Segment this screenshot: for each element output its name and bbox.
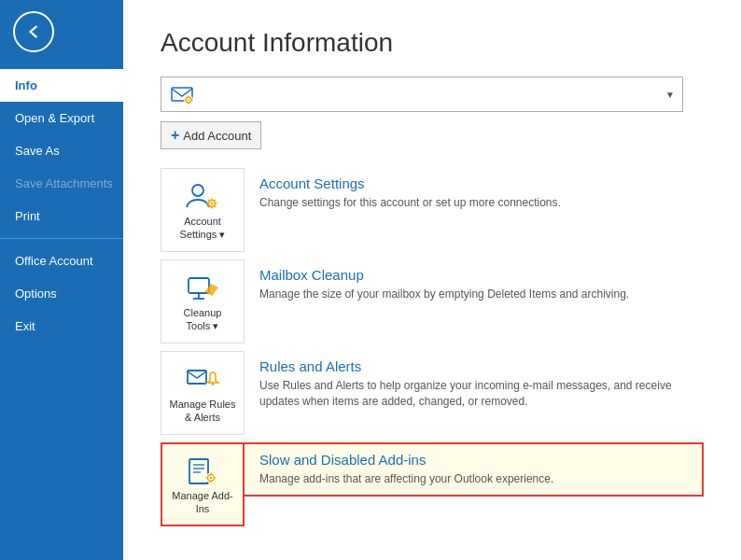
cleanup-tools-desc: Manage the size of your mailbox by empty…	[259, 287, 689, 302]
cleanup-tools-text: Mailbox Cleanup Manage the size of your …	[245, 259, 704, 310]
manage-add-ins-icon-label: Manage Add-Ins	[172, 489, 232, 516]
cleanup-tools-icon-label: CleanupTools ▾	[184, 306, 222, 333]
sidebar-item-office-account[interactable]: Office Account	[0, 245, 123, 277]
manage-rules-title: Rules and Alerts	[259, 358, 689, 374]
page-title: Account Information	[161, 28, 704, 58]
cleanup-tools-card: CleanupTools ▾ Mailbox Cleanup Manage th…	[161, 259, 704, 343]
add-account-button[interactable]: + Add Account	[161, 121, 261, 149]
account-settings-card: AccountSettings ▾ Account Settings Chang…	[161, 168, 704, 252]
manage-add-ins-button[interactable]: Manage Add-Ins	[161, 442, 245, 526]
manage-rules-card: Manage Rules& Alerts Rules and Alerts Us…	[161, 351, 704, 435]
svg-point-33	[210, 476, 213, 479]
sidebar-divider	[0, 238, 123, 239]
manage-rules-button[interactable]: Manage Rules& Alerts	[161, 351, 245, 435]
sidebar-nav: Info Open & Export Save As Save Attachme…	[0, 69, 123, 343]
dropdown-arrow: ▼	[665, 90, 675, 100]
account-icon	[169, 81, 195, 107]
cleanup-tools-title: Mailbox Cleanup	[259, 267, 689, 283]
sidebar-item-options[interactable]: Options	[0, 277, 123, 310]
manage-add-ins-text: Slow and Disabled Add-ins Manage add-ins…	[245, 442, 704, 497]
svg-rect-24	[188, 371, 206, 384]
manage-add-ins-card: Manage Add-Ins Slow and Disabled Add-ins…	[161, 442, 704, 526]
account-settings-title: Account Settings	[259, 175, 689, 191]
sidebar-item-save-attachments: Save Attachments	[0, 167, 123, 200]
svg-rect-27	[189, 459, 208, 483]
sidebar-item-print[interactable]: Print	[0, 200, 123, 232]
svg-point-8	[192, 185, 203, 196]
account-settings-icon-label: AccountSettings ▾	[180, 215, 226, 242]
svg-point-3	[188, 99, 189, 101]
account-settings-button[interactable]: AccountSettings ▾	[161, 168, 245, 252]
account-settings-text: Account Settings Change settings for thi…	[245, 168, 704, 218]
sidebar-item-open-export[interactable]: Open & Export	[0, 102, 123, 134]
svg-line-16	[208, 200, 209, 201]
add-plus-icon: +	[171, 127, 179, 144]
svg-point-11	[211, 203, 213, 204]
sidebar-item-save-as[interactable]: Save As	[0, 134, 123, 167]
svg-line-18	[215, 200, 216, 201]
sidebar-item-exit[interactable]: Exit	[0, 310, 123, 343]
main-content: Account Information ▼ + Add Account	[123, 0, 741, 560]
manage-rules-desc: Use Rules and Alerts to help organize yo…	[259, 378, 689, 410]
sidebar-item-info[interactable]: Info	[0, 69, 123, 102]
svg-line-17	[215, 206, 216, 207]
cleanup-tools-button[interactable]: CleanupTools ▾	[161, 259, 245, 343]
svg-line-19	[208, 206, 209, 207]
account-dropdown[interactable]: ▼	[161, 77, 683, 112]
manage-add-ins-title: Slow and Disabled Add-ins	[259, 452, 687, 468]
sidebar: Info Open & Export Save As Save Attachme…	[0, 0, 123, 560]
manage-add-ins-desc: Manage add-ins that are affecting your O…	[259, 471, 687, 487]
add-account-label: Add Account	[183, 129, 251, 143]
manage-rules-text: Rules and Alerts Use Rules and Alerts to…	[245, 351, 704, 417]
back-button[interactable]	[13, 11, 54, 52]
account-settings-desc: Change settings for this account or set …	[259, 195, 689, 211]
manage-rules-icon-label: Manage Rules& Alerts	[170, 398, 236, 425]
